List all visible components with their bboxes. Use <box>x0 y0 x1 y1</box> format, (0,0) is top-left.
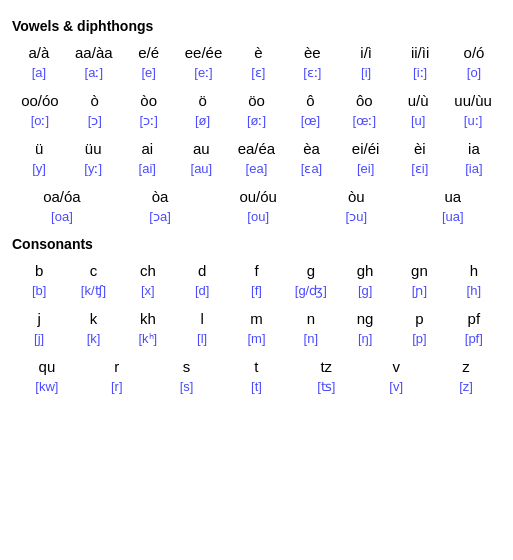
phoneme-cell: [u] <box>391 111 445 132</box>
grapheme-cell: t <box>222 352 292 377</box>
grapheme-cell: gh <box>338 256 392 281</box>
phoneme-cell: [i] <box>339 63 393 84</box>
grapheme-cell: p <box>392 304 446 329</box>
phoneme-cell: [ʦ] <box>291 377 361 398</box>
grapheme-cell: ee/ée <box>176 38 232 63</box>
phoneme-cell: [ɛ] <box>231 63 285 84</box>
phoneme-cell: [j] <box>12 329 66 350</box>
phoneme-cell: [ɛi] <box>393 159 447 180</box>
phoneme-cell: [ɛa] <box>284 159 338 180</box>
phoneme-cell: [ø] <box>176 111 230 132</box>
grapheme-cell: üu <box>66 134 120 159</box>
grapheme-cell: ei/éi <box>339 134 393 159</box>
grapheme-cell: ò <box>68 86 122 111</box>
grapheme-cell: g <box>284 256 338 281</box>
grapheme-cell: u/ù <box>391 86 445 111</box>
grapheme-cell: ea/éa <box>228 134 284 159</box>
phoneme-cell: [l] <box>175 329 229 350</box>
phoneme-cell: [a] <box>12 63 66 84</box>
grapheme-cell: ou/óu <box>208 182 308 207</box>
grapheme-cell: ii/ìi <box>393 38 447 63</box>
phoneme-cell: [ai] <box>120 159 174 180</box>
grapheme-cell: m <box>229 304 283 329</box>
phoneme-table: jkkhlmnngppf[j][k][kʰ][l][m][n][ŋ][p][pf… <box>12 304 501 350</box>
phoneme-cell: [o] <box>447 63 501 84</box>
grapheme-cell: f <box>229 256 283 281</box>
grapheme-cell: kh <box>121 304 175 329</box>
grapheme-cell: pf <box>447 304 501 329</box>
phoneme-cell: [au] <box>174 159 228 180</box>
phoneme-table: oo/óoòòoööoôôou/ùuu/ùu[oː][ɔ][ɔː][ø][øː]… <box>12 86 501 132</box>
phoneme-cell: [g/ʤ] <box>284 281 338 302</box>
phoneme-cell: [ɔa] <box>112 207 208 228</box>
grapheme-cell: v <box>361 352 431 377</box>
grapheme-cell: j <box>12 304 66 329</box>
grapheme-cell: d <box>175 256 229 281</box>
grapheme-cell: èi <box>393 134 447 159</box>
grapheme-cell: tz <box>291 352 361 377</box>
grapheme-cell: ng <box>338 304 392 329</box>
phoneme-cell: [pf] <box>447 329 501 350</box>
grapheme-cell: öo <box>230 86 284 111</box>
grapheme-cell: aa/àa <box>66 38 122 63</box>
phoneme-cell: [kʰ] <box>121 329 175 350</box>
phoneme-cell: [aː] <box>66 63 122 84</box>
phoneme-cell: [r] <box>82 377 152 398</box>
phoneme-cell: [s] <box>152 377 222 398</box>
grapheme-cell: z <box>431 352 501 377</box>
grapheme-cell: e/é <box>122 38 176 63</box>
phoneme-cell: [b] <box>12 281 66 302</box>
grapheme-cell: gn <box>392 256 446 281</box>
grapheme-cell: h <box>447 256 501 281</box>
phoneme-cell: [y] <box>12 159 66 180</box>
grapheme-cell: c <box>66 256 120 281</box>
phoneme-cell: [h] <box>447 281 501 302</box>
grapheme-cell: ia <box>447 134 501 159</box>
grapheme-cell: au <box>174 134 228 159</box>
grapheme-cell: r <box>82 352 152 377</box>
grapheme-cell: ai <box>120 134 174 159</box>
phoneme-cell: [n] <box>284 329 338 350</box>
grapheme-cell: s <box>152 352 222 377</box>
grapheme-cell: ü <box>12 134 66 159</box>
grapheme-cell: b <box>12 256 66 281</box>
phoneme-cell: [m] <box>229 329 283 350</box>
grapheme-cell: òu <box>308 182 404 207</box>
section-title: Vowels & diphthongs <box>12 18 501 34</box>
phoneme-cell: [ou] <box>208 207 308 228</box>
phoneme-cell: [x] <box>121 281 175 302</box>
phoneme-table: üüuaiauea/éaèaei/éièiia[y][yː][ai][au][e… <box>12 134 501 180</box>
grapheme-cell: oa/óa <box>12 182 112 207</box>
phoneme-table: qursttzvz[kw][r][s][t][ʦ][v][z] <box>12 352 501 398</box>
phoneme-cell: [kw] <box>12 377 82 398</box>
phoneme-cell: [oa] <box>12 207 112 228</box>
phoneme-cell: [øː] <box>230 111 284 132</box>
phoneme-table: bcchdfgghgnh[b][k/ʧ][x][d][f][g/ʤ][g][ɲ]… <box>12 256 501 302</box>
phoneme-cell: [z] <box>431 377 501 398</box>
phoneme-cell: [oː] <box>12 111 68 132</box>
phoneme-cell: [ɛː] <box>285 63 339 84</box>
phoneme-cell: [t] <box>222 377 292 398</box>
phoneme-cell: [v] <box>361 377 431 398</box>
grapheme-cell: èa <box>284 134 338 159</box>
app-container: Vowels & diphthongsa/àaa/àae/éee/éeèèei/… <box>12 18 501 398</box>
phoneme-table: a/àaa/àae/éee/éeèèei/ìii/ìio/ó[a][aː][e]… <box>12 38 501 84</box>
grapheme-cell: ö <box>176 86 230 111</box>
phoneme-cell: [œ] <box>283 111 337 132</box>
phoneme-cell: [k] <box>66 329 120 350</box>
grapheme-cell: ch <box>121 256 175 281</box>
phoneme-cell: [ɔ] <box>68 111 122 132</box>
grapheme-cell: ua <box>405 182 501 207</box>
phoneme-cell: [uː] <box>445 111 501 132</box>
phoneme-cell: [ɔː] <box>122 111 176 132</box>
phoneme-cell: [yː] <box>66 159 120 180</box>
grapheme-cell: uu/ùu <box>445 86 501 111</box>
grapheme-cell: a/à <box>12 38 66 63</box>
grapheme-cell: ôo <box>337 86 391 111</box>
grapheme-cell: qu <box>12 352 82 377</box>
phoneme-cell: [iː] <box>393 63 447 84</box>
phoneme-table: oa/óaòaou/óuòuua[oa][ɔa][ou][ɔu][ua] <box>12 182 501 228</box>
phoneme-cell: [d] <box>175 281 229 302</box>
phoneme-cell: [ia] <box>447 159 501 180</box>
grapheme-cell: o/ó <box>447 38 501 63</box>
